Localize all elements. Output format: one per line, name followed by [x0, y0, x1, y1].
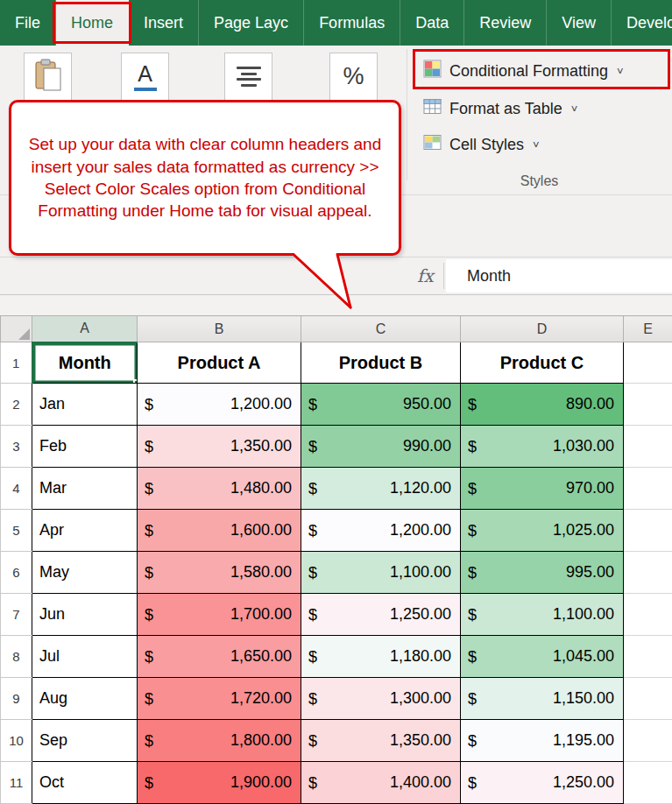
tab-review[interactable]: Review [464, 0, 547, 46]
cell[interactable]: Product B [301, 342, 461, 384]
tab-data[interactable]: Data [400, 0, 464, 46]
cell[interactable]: $1,120.00 [301, 468, 461, 510]
cell[interactable]: $1,350.00 [138, 426, 301, 468]
underline-font-button[interactable]: A [121, 53, 169, 101]
conditional-formatting-button[interactable]: Conditional Formatting ˅ [423, 59, 624, 83]
cell[interactable] [624, 552, 672, 594]
column-header-E[interactable]: E [624, 316, 672, 342]
cell[interactable] [624, 510, 672, 552]
cell[interactable]: $1,800.00 [138, 720, 301, 762]
cell-styles-button[interactable]: Cell Styles ˅ [423, 132, 540, 157]
cell[interactable] [624, 384, 672, 426]
row-header-6[interactable]: 6 [1, 552, 32, 594]
cell[interactable]: $1,250.00 [461, 762, 624, 804]
cell[interactable]: Month [32, 342, 138, 384]
cell[interactable]: $1,045.00 [461, 636, 624, 678]
cell[interactable]: Mar [32, 468, 138, 510]
clipboard-icon [34, 59, 62, 95]
tab-page-layout[interactable]: Page Layc [199, 0, 304, 46]
tab-label: Data [415, 14, 449, 32]
cell[interactable]: Oct [32, 762, 138, 804]
row-header-4[interactable]: 4 [1, 468, 32, 510]
cell[interactable] [624, 762, 672, 804]
tab-view[interactable]: View [547, 0, 612, 46]
row-header-10[interactable]: 10 [1, 720, 32, 762]
cell[interactable]: $1,480.00 [138, 468, 301, 510]
currency-symbol: $ [468, 521, 477, 540]
cell[interactable]: $1,300.00 [301, 678, 461, 720]
tab-label: Formulas [319, 14, 385, 32]
sheet-table: ABCDE1MonthProduct AProduct BProduct C2J… [0, 315, 672, 804]
cell[interactable]: Product A [138, 342, 301, 384]
cell[interactable]: Aug [32, 678, 138, 720]
cell[interactable] [624, 678, 672, 720]
row-header-11[interactable]: 11 [1, 762, 32, 804]
cell[interactable]: Jan [32, 384, 138, 426]
cell[interactable]: $1,650.00 [138, 636, 301, 678]
cell[interactable]: $1,350.00 [301, 720, 461, 762]
row-header-2[interactable]: 2 [1, 384, 32, 426]
cell[interactable] [624, 342, 672, 384]
select-all-corner[interactable] [1, 316, 32, 342]
cell[interactable] [624, 426, 672, 468]
cell[interactable]: $1,200.00 [301, 510, 461, 552]
row-header-3[interactable]: 3 [1, 426, 32, 468]
cell[interactable]: $1,900.00 [138, 762, 301, 804]
cell[interactable]: May [32, 552, 138, 594]
cell[interactable]: $1,580.00 [138, 552, 301, 594]
cell[interactable]: Jul [32, 636, 138, 678]
formula-bar-input[interactable]: Month [446, 259, 672, 293]
cell[interactable]: $950.00 [301, 384, 461, 426]
cell[interactable]: $1,600.00 [138, 510, 301, 552]
selection-fill-handle[interactable] [133, 379, 138, 384]
column-header-D[interactable]: D [461, 316, 624, 342]
row-header-5[interactable]: 5 [1, 510, 32, 552]
tab-home[interactable]: Home [56, 0, 129, 46]
column-header-A[interactable]: A [32, 316, 138, 342]
align-center-button[interactable] [224, 53, 272, 101]
cell[interactable] [624, 468, 672, 510]
cell[interactable]: $890.00 [461, 384, 624, 426]
format-as-table-label: Format as Table [449, 100, 562, 118]
cell[interactable]: $1,180.00 [301, 636, 461, 678]
cell[interactable]: $1,025.00 [461, 510, 624, 552]
cell[interactable]: $1,250.00 [301, 594, 461, 636]
cell[interactable]: Jun [32, 594, 138, 636]
cell[interactable]: Product C [461, 342, 624, 384]
table-row: 1MonthProduct AProduct BProduct C [1, 342, 672, 384]
cell[interactable]: $1,100.00 [301, 552, 461, 594]
column-header-B[interactable]: B [138, 316, 301, 342]
cell[interactable]: $1,720.00 [138, 678, 301, 720]
cell[interactable]: Apr [32, 510, 138, 552]
row-header-8[interactable]: 8 [1, 636, 32, 678]
cell[interactable]: $1,100.00 [461, 594, 624, 636]
row-header-9[interactable]: 9 [1, 678, 32, 720]
cell[interactable]: $1,400.00 [301, 762, 461, 804]
cell[interactable]: $995.00 [461, 552, 624, 594]
cell[interactable]: $970.00 [461, 468, 624, 510]
cell[interactable]: $1,700.00 [138, 594, 301, 636]
cell[interactable] [624, 636, 672, 678]
cell[interactable] [624, 594, 672, 636]
tab-insert[interactable]: Insert [129, 0, 199, 46]
tab-formulas[interactable]: Formulas [304, 0, 400, 46]
spreadsheet-grid: ABCDE1MonthProduct AProduct BProduct C2J… [0, 315, 672, 804]
cell[interactable]: $1,150.00 [461, 678, 624, 720]
cell[interactable]: Feb [32, 426, 138, 468]
cell[interactable] [624, 720, 672, 762]
tab-file[interactable]: File [0, 0, 56, 46]
row-header-1[interactable]: 1 [1, 342, 32, 384]
percent-style-button[interactable]: % [329, 53, 378, 101]
cell[interactable]: Sep [32, 720, 138, 762]
row-header-7[interactable]: 7 [1, 594, 32, 636]
format-as-table-button[interactable]: Format as Table ˅ [423, 96, 577, 121]
tab-developer[interactable]: Develope [612, 0, 672, 46]
cell-value: 1,200.00 [390, 521, 451, 539]
cell[interactable]: $1,030.00 [461, 426, 624, 468]
cell[interactable]: $1,195.00 [461, 720, 624, 762]
paste-button[interactable] [24, 53, 72, 101]
column-header-C[interactable]: C [301, 316, 461, 342]
annotation-callout-tail [267, 253, 364, 313]
cell[interactable]: $990.00 [301, 426, 461, 468]
cell[interactable]: $1,200.00 [138, 384, 301, 426]
